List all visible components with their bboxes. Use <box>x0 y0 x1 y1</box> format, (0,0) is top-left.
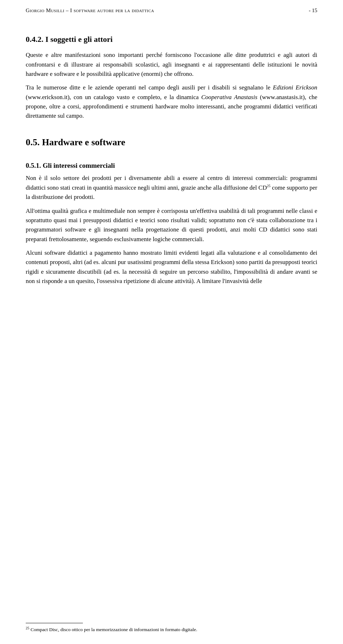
paragraph-2: Tra le numerose ditte e le aziende opera… <box>26 83 317 121</box>
section-042-heading: 0.4.2. I soggetti e gli attori <box>26 33 317 45</box>
section-05-heading: 0.5. Hardware e software <box>26 135 317 150</box>
paragraph-3: Non è il solo settore dei prodotti per i… <box>26 174 317 202</box>
page: Giorgio Musilli – I software autore per … <box>0 0 343 644</box>
footnote-25: 25 Compact Disc, disco ottico per la mem… <box>26 626 317 633</box>
anastasis-italic: Cooperativa Anastasis <box>201 94 257 101</box>
main-content: 0.4.2. I soggetti e gli attori Queste e … <box>26 20 317 286</box>
page-header: Giorgio Musilli – I software autore per … <box>26 0 317 20</box>
footnote-ref-25: 25 <box>267 184 270 188</box>
footnotes-area: 25 Compact Disc, disco ottico per la mem… <box>26 616 317 633</box>
section-051-heading: 0.5.1. Gli interessi commerciali <box>26 160 317 171</box>
paragraph-4: All'ottima qualità grafica e multimedial… <box>26 206 317 244</box>
header-page-number: - 15 <box>309 6 317 15</box>
footnote-number-25: 25 <box>26 626 29 630</box>
erickson-italic: Edizioni Erickson <box>273 84 317 91</box>
header-title: Giorgio Musilli – I software autore per … <box>26 6 154 15</box>
paragraph-5: Alcuni software didattici a pagamento ha… <box>26 248 317 286</box>
footnote-separator <box>26 623 83 623</box>
paragraph-1: Queste e altre manifestazioni sono impor… <box>26 50 317 79</box>
